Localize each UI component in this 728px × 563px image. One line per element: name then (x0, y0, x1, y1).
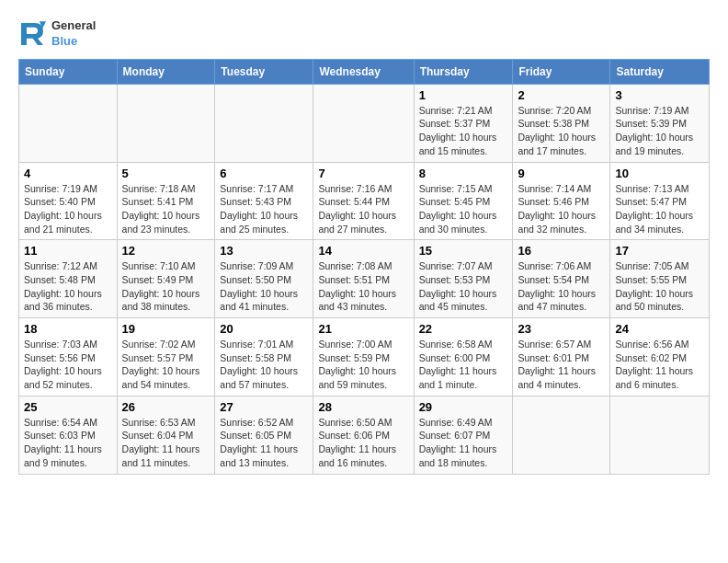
day-cell: 21Sunrise: 7:00 AMSunset: 5:59 PMDayligh… (313, 318, 414, 396)
day-info: Sunrise: 6:56 AMSunset: 6:02 PMDaylight:… (615, 338, 704, 392)
day-number: 29 (419, 400, 508, 414)
day-cell: 28Sunrise: 6:50 AMSunset: 6:06 PMDayligh… (313, 396, 414, 474)
day-info: Sunrise: 7:16 AMSunset: 5:44 PMDaylight:… (318, 182, 408, 236)
day-info: Sunrise: 6:52 AMSunset: 6:05 PMDaylight:… (220, 416, 308, 470)
day-cell (313, 84, 414, 162)
day-number: 6 (220, 167, 308, 180)
day-cell: 3Sunrise: 7:19 AMSunset: 5:39 PMDaylight… (610, 84, 710, 162)
day-cell: 11Sunrise: 7:12 AMSunset: 5:48 PMDayligh… (19, 240, 118, 318)
calendar-header: SundayMondayTuesdayWednesdayThursdayFrid… (19, 59, 710, 84)
day-cell: 19Sunrise: 7:02 AMSunset: 5:57 PMDayligh… (117, 318, 215, 396)
day-number: 24 (615, 322, 704, 336)
day-cell: 4Sunrise: 7:19 AMSunset: 5:40 PMDaylight… (19, 162, 118, 240)
day-number: 15 (419, 244, 508, 258)
day-cell: 6Sunrise: 7:17 AMSunset: 5:43 PMDaylight… (215, 162, 313, 240)
day-info: Sunrise: 7:13 AMSunset: 5:47 PMDaylight:… (615, 182, 704, 236)
day-cell: 26Sunrise: 6:53 AMSunset: 6:04 PMDayligh… (117, 396, 215, 474)
day-info: Sunrise: 7:01 AMSunset: 5:58 PMDaylight:… (220, 338, 308, 392)
logo: General Blue (18, 18, 96, 50)
day-number: 9 (518, 167, 605, 180)
day-info: Sunrise: 7:00 AMSunset: 5:59 PMDaylight:… (318, 338, 408, 392)
day-cell (117, 84, 215, 162)
day-cell: 15Sunrise: 7:07 AMSunset: 5:53 PMDayligh… (414, 240, 513, 318)
header-cell-friday: Friday (513, 59, 610, 84)
day-cell: 1Sunrise: 7:21 AMSunset: 5:37 PMDaylight… (414, 84, 513, 162)
day-number: 20 (220, 322, 308, 336)
day-cell: 8Sunrise: 7:15 AMSunset: 5:45 PMDaylight… (414, 162, 513, 240)
day-cell: 23Sunrise: 6:57 AMSunset: 6:01 PMDayligh… (513, 318, 610, 396)
day-info: Sunrise: 7:06 AMSunset: 5:54 PMDaylight:… (518, 259, 605, 314)
logo-general-text: General (51, 18, 96, 34)
day-cell: 16Sunrise: 7:06 AMSunset: 5:54 PMDayligh… (513, 240, 610, 318)
header-cell-tuesday: Tuesday (215, 59, 313, 84)
day-info: Sunrise: 6:50 AMSunset: 6:06 PMDaylight:… (318, 416, 408, 470)
day-number: 23 (518, 322, 605, 336)
day-cell: 9Sunrise: 7:14 AMSunset: 5:46 PMDaylight… (513, 162, 610, 240)
day-cell: 7Sunrise: 7:16 AMSunset: 5:44 PMDaylight… (313, 162, 414, 240)
day-cell: 2Sunrise: 7:20 AMSunset: 5:38 PMDaylight… (513, 84, 610, 162)
day-info: Sunrise: 7:07 AMSunset: 5:53 PMDaylight:… (419, 259, 508, 314)
day-cell (19, 84, 118, 162)
day-number: 16 (518, 244, 605, 258)
day-cell: 14Sunrise: 7:08 AMSunset: 5:51 PMDayligh… (313, 240, 414, 318)
day-number: 22 (419, 322, 508, 336)
day-number: 21 (318, 322, 408, 336)
day-info: Sunrise: 7:17 AMSunset: 5:43 PMDaylight:… (220, 182, 308, 236)
day-number: 26 (122, 400, 210, 414)
day-cell (513, 396, 610, 474)
day-cell: 24Sunrise: 6:56 AMSunset: 6:02 PMDayligh… (610, 318, 710, 396)
day-info: Sunrise: 7:20 AMSunset: 5:38 PMDaylight:… (518, 104, 605, 158)
day-cell: 5Sunrise: 7:18 AMSunset: 5:41 PMDaylight… (117, 162, 215, 240)
header-cell-thursday: Thursday (414, 59, 513, 84)
day-number: 11 (24, 244, 112, 258)
day-info: Sunrise: 6:49 AMSunset: 6:07 PMDaylight:… (419, 416, 508, 470)
day-info: Sunrise: 7:08 AMSunset: 5:51 PMDaylight:… (318, 259, 408, 314)
day-cell (215, 84, 313, 162)
day-info: Sunrise: 6:53 AMSunset: 6:04 PMDaylight:… (122, 416, 210, 470)
logo-blue-text: Blue (51, 34, 96, 50)
day-info: Sunrise: 7:09 AMSunset: 5:50 PMDaylight:… (220, 259, 308, 314)
day-number: 14 (318, 244, 408, 258)
day-info: Sunrise: 6:57 AMSunset: 6:01 PMDaylight:… (518, 338, 605, 392)
day-number: 3 (615, 88, 704, 102)
day-cell: 29Sunrise: 6:49 AMSunset: 6:07 PMDayligh… (414, 396, 513, 474)
day-cell: 20Sunrise: 7:01 AMSunset: 5:58 PMDayligh… (215, 318, 313, 396)
week-row-5: 25Sunrise: 6:54 AMSunset: 6:03 PMDayligh… (19, 396, 710, 474)
day-info: Sunrise: 7:14 AMSunset: 5:46 PMDaylight:… (518, 182, 605, 236)
day-info: Sunrise: 7:03 AMSunset: 5:56 PMDaylight:… (24, 338, 112, 392)
header-cell-wednesday: Wednesday (313, 59, 414, 84)
day-number: 10 (615, 167, 704, 180)
day-info: Sunrise: 7:12 AMSunset: 5:48 PMDaylight:… (24, 259, 112, 314)
day-cell (610, 396, 710, 474)
day-info: Sunrise: 7:05 AMSunset: 5:55 PMDaylight:… (615, 259, 704, 314)
calendar-body: 1Sunrise: 7:21 AMSunset: 5:37 PMDaylight… (19, 84, 710, 474)
day-number: 17 (615, 244, 704, 258)
day-number: 18 (24, 322, 112, 336)
day-number: 5 (122, 167, 210, 180)
day-cell: 17Sunrise: 7:05 AMSunset: 5:55 PMDayligh… (610, 240, 710, 318)
day-cell: 12Sunrise: 7:10 AMSunset: 5:49 PMDayligh… (117, 240, 215, 318)
day-cell: 25Sunrise: 6:54 AMSunset: 6:03 PMDayligh… (19, 396, 118, 474)
week-row-1: 1Sunrise: 7:21 AMSunset: 5:37 PMDaylight… (19, 84, 710, 162)
day-number: 27 (220, 400, 308, 414)
header-cell-sunday: Sunday (19, 59, 118, 84)
day-cell: 10Sunrise: 7:13 AMSunset: 5:47 PMDayligh… (610, 162, 710, 240)
day-number: 7 (318, 167, 408, 180)
day-number: 19 (122, 322, 210, 336)
day-number: 12 (122, 244, 210, 258)
day-info: Sunrise: 7:02 AMSunset: 5:57 PMDaylight:… (122, 338, 210, 392)
header-cell-saturday: Saturday (610, 59, 710, 84)
day-number: 28 (318, 400, 408, 414)
day-cell: 18Sunrise: 7:03 AMSunset: 5:56 PMDayligh… (19, 318, 118, 396)
page-header: General Blue (18, 15, 710, 50)
day-number: 4 (24, 167, 112, 180)
day-number: 1 (419, 88, 508, 102)
day-number: 25 (24, 400, 112, 414)
day-number: 13 (220, 244, 308, 258)
day-info: Sunrise: 6:54 AMSunset: 6:03 PMDaylight:… (24, 416, 112, 470)
day-info: Sunrise: 6:58 AMSunset: 6:00 PMDaylight:… (419, 338, 508, 392)
day-info: Sunrise: 7:10 AMSunset: 5:49 PMDaylight:… (122, 259, 210, 314)
week-row-3: 11Sunrise: 7:12 AMSunset: 5:48 PMDayligh… (19, 240, 710, 318)
day-info: Sunrise: 7:19 AMSunset: 5:39 PMDaylight:… (615, 104, 704, 158)
calendar-table: SundayMondayTuesdayWednesdayThursdayFrid… (18, 59, 710, 475)
